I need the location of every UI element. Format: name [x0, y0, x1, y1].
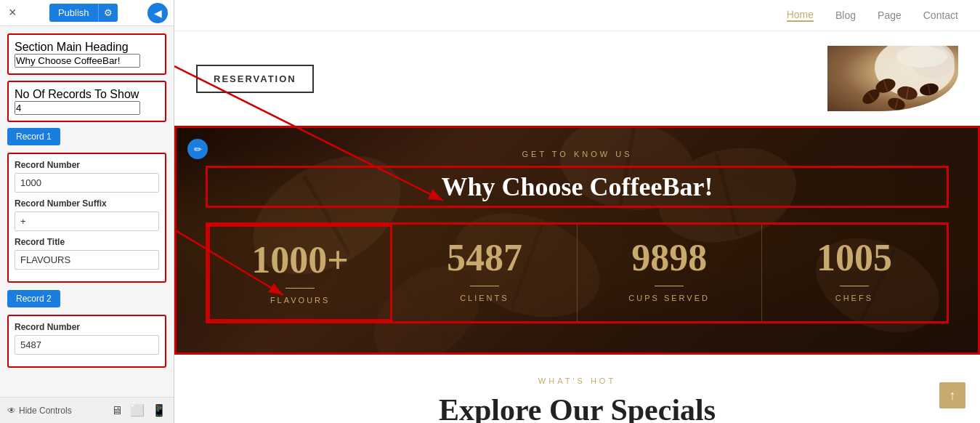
- record-number-label-1: Record Number: [15, 160, 159, 170]
- footer-icons: 🖥 ⬜ 📱: [111, 403, 166, 417]
- nav-page[interactable]: Page: [878, 9, 902, 21]
- stat-number-1: 5487: [400, 239, 569, 277]
- reservation-button[interactable]: RESERVATION: [196, 65, 314, 93]
- record-title-label-1: Record Title: [15, 237, 159, 247]
- stats-sub-label: GET TO KNOW US: [206, 150, 949, 158]
- hero-section: RESERVATION: [174, 31, 980, 126]
- stat-item-1: 5487 CLIENTS: [392, 225, 577, 321]
- publish-group: Publish ⚙: [49, 4, 118, 22]
- eye-icon: 👁: [7, 406, 16, 416]
- record-number-input-2[interactable]: [15, 335, 159, 355]
- stat-label-2: CUPS SERVED: [585, 294, 754, 302]
- record2-button[interactable]: Record 2: [7, 290, 60, 307]
- section-main-heading-label: Section Main Heading: [15, 41, 129, 53]
- record-number-input-1[interactable]: [15, 173, 159, 193]
- nav-circle-icon[interactable]: ◀: [147, 3, 168, 23]
- left-panel-content: Section Main Heading No Of Records To Sh…: [0, 26, 174, 397]
- section-heading-group: Section Main Heading: [7, 33, 166, 75]
- specials-sub-label: WHAT'S HOT: [203, 376, 951, 385]
- nav-blog[interactable]: Blog: [835, 9, 856, 21]
- stats-edit-icon[interactable]: ✏: [187, 139, 208, 159]
- stat-divider-3: [840, 286, 869, 286]
- left-panel-header: × Publish ⚙ ◀: [0, 0, 174, 26]
- stats-grid: 1000+ FLAVOURS 5487 CLIENTS 9898 CUPS SE…: [206, 222, 949, 323]
- record-title-input-1[interactable]: [15, 250, 159, 270]
- left-panel: × Publish ⚙ ◀ Section Main Heading No Of…: [0, 0, 174, 423]
- stats-heading: Why Choose CoffeeBar!: [206, 166, 949, 208]
- stat-number-0: 1000+: [217, 241, 383, 279]
- tablet-view-button[interactable]: ⬜: [130, 403, 145, 417]
- nav-contact[interactable]: Contact: [923, 9, 958, 21]
- coffee-beans-svg: [827, 46, 958, 111]
- stat-item-0: 1000+ FLAVOURS: [208, 225, 392, 321]
- stat-item-3: 1005 CHEFS: [762, 225, 947, 321]
- record1-button[interactable]: Record 1: [7, 128, 60, 145]
- stat-item-2: 9898 CUPS SERVED: [578, 225, 762, 321]
- svg-point-2: [896, 46, 947, 68]
- site-nav: Home Blog Page Contact: [174, 0, 980, 31]
- coffee-stats-section: ✏ GET TO KNOW US Why Choose CoffeeBar! 1…: [174, 126, 980, 355]
- nav-home[interactable]: Home: [787, 9, 814, 22]
- publish-button[interactable]: Publish: [49, 4, 98, 22]
- gear-button[interactable]: ⚙: [98, 4, 118, 22]
- scroll-top-button[interactable]: ↑: [939, 382, 965, 408]
- main-content: Home Blog Page Contact RESERVATION: [174, 0, 980, 423]
- close-button[interactable]: ×: [6, 5, 20, 20]
- stat-number-2: 9898: [585, 239, 754, 277]
- section-main-heading-input[interactable]: [15, 54, 140, 68]
- stat-label-3: CHEFS: [769, 294, 939, 302]
- stat-divider-1: [470, 286, 499, 286]
- stat-divider-0: [286, 288, 315, 289]
- left-panel-footer: 👁 Hide Controls 🖥 ⬜ 📱: [0, 397, 174, 423]
- no-of-records-label: No Of Records To Show: [15, 88, 139, 100]
- desktop-view-button[interactable]: 🖥: [111, 404, 123, 417]
- specials-section: WHAT'S HOT Explore Our Specials: [174, 355, 980, 423]
- specials-heading: Explore Our Specials: [203, 392, 951, 423]
- record-number-suffix-input-1[interactable]: [15, 212, 159, 231]
- hide-controls-button[interactable]: 👁 Hide Controls: [7, 406, 72, 416]
- stat-number-3: 1005: [769, 239, 939, 277]
- hide-controls-label: Hide Controls: [19, 406, 72, 416]
- stat-label-0: FLAVOURS: [217, 296, 383, 305]
- record-number-label-2: Record Number: [15, 322, 159, 332]
- no-of-records-group: No Of Records To Show: [7, 81, 166, 122]
- stat-divider-2: [655, 286, 684, 286]
- no-of-records-input[interactable]: [15, 101, 140, 115]
- mobile-view-button[interactable]: 📱: [152, 403, 166, 417]
- record1-section: Record Number Record Number Suffix Recor…: [7, 153, 166, 283]
- record2-section: Record Number: [7, 315, 166, 368]
- stat-label-1: CLIENTS: [400, 294, 569, 302]
- coffee-beans-image: [827, 46, 958, 111]
- hero-left: RESERVATION: [196, 65, 314, 93]
- record-number-suffix-label-1: Record Number Suffix: [15, 198, 159, 209]
